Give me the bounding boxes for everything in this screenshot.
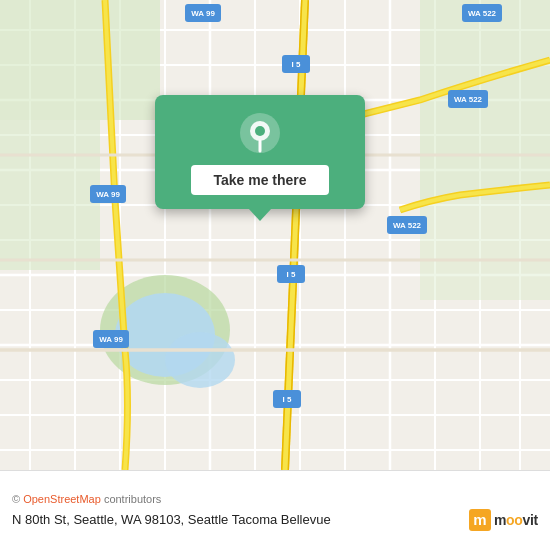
svg-text:I 5: I 5 <box>292 60 301 69</box>
svg-text:WA 522: WA 522 <box>468 9 497 18</box>
moovit-logo: m moovit <box>469 509 538 531</box>
svg-text:I 5: I 5 <box>283 395 292 404</box>
svg-point-32 <box>165 332 235 388</box>
location-row: N 80th St, Seattle, WA 98103, Seattle Ta… <box>12 509 538 531</box>
moovit-wordmark: moovit <box>494 512 538 528</box>
svg-text:WA 522: WA 522 <box>454 95 483 104</box>
bottom-bar: © OpenStreetMap contributors N 80th St, … <box>0 470 550 550</box>
svg-rect-26 <box>0 0 160 120</box>
svg-text:WA 99: WA 99 <box>191 9 215 18</box>
location-address: N 80th St, Seattle, WA 98103, Seattle Ta… <box>12 512 469 527</box>
map-container: WA 99 WA 99 WA 99 WA 522 WA 522 WA 522 I… <box>0 0 550 470</box>
take-me-there-button[interactable]: Take me there <box>191 165 328 195</box>
svg-text:I 5: I 5 <box>287 270 296 279</box>
svg-text:WA 99: WA 99 <box>99 335 123 344</box>
moovit-letter: m <box>473 511 486 528</box>
osm-link[interactable]: OpenStreetMap <box>23 493 101 505</box>
popup-card: Take me there <box>155 95 365 209</box>
moovit-m-badge: m <box>469 509 491 531</box>
osm-attribution: © OpenStreetMap contributors <box>12 493 538 505</box>
location-pin-icon <box>238 111 282 155</box>
map-svg: WA 99 WA 99 WA 99 WA 522 WA 522 WA 522 I… <box>0 0 550 470</box>
osm-suffix: contributors <box>101 493 162 505</box>
osm-prefix: © <box>12 493 23 505</box>
svg-text:WA 99: WA 99 <box>96 190 120 199</box>
svg-rect-27 <box>0 120 100 270</box>
svg-text:WA 522: WA 522 <box>393 221 422 230</box>
svg-rect-30 <box>420 200 550 300</box>
svg-point-59 <box>255 126 265 136</box>
